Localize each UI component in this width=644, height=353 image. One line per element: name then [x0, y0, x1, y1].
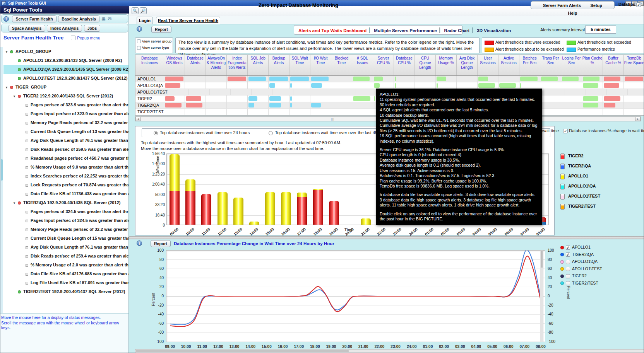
- tree-alert-item[interactable]: Pages per/sec of 323.9 was greater than …: [3, 101, 128, 109]
- series-checkbox[interactable]: ✓: [566, 246, 570, 250]
- alert-cell[interactable]: [415, 76, 436, 82]
- alert-pill-green[interactable]: [353, 77, 370, 81]
- column-header[interactable]: I/O Wait Time: [310, 55, 331, 75]
- alert-cell[interactable]: [356, 89, 377, 95]
- tree-scrollbar[interactable]: [0, 47, 3, 313]
- alert-cell[interactable]: [164, 95, 185, 102]
- info-icon[interactable]: i: [137, 240, 142, 246]
- alert-pill-green[interactable]: [353, 96, 370, 101]
- column-header[interactable]: Index Fragmenta tion Alerts: [227, 55, 248, 75]
- alert-cell[interactable]: [561, 102, 582, 108]
- wait-bar-segment[interactable]: [297, 197, 307, 225]
- alert-cell[interactable]: [248, 95, 269, 102]
- alert-cell[interactable]: [289, 82, 310, 89]
- alert-pill-blue[interactable]: [248, 96, 257, 101]
- column-header[interactable]: Active Sessions: [498, 55, 519, 75]
- table-row[interactable]: APOLLO1\QA: [135, 82, 644, 89]
- alert-cell[interactable]: [310, 109, 331, 115]
- legend-item[interactable]: TIGER2\QA: [560, 164, 642, 174]
- zoom-out-icon[interactable]: 🔎: [140, 7, 147, 14]
- alert-pill-red[interactable]: [228, 77, 246, 81]
- tree-alert-item[interactable]: Current Disk Queue Length of 13 was grea…: [3, 127, 128, 136]
- expand-arrow-icon[interactable]: ▼: [13, 92, 18, 101]
- wait-bar-segment[interactable]: [313, 189, 323, 190]
- jobs-button[interactable]: Jobs: [84, 25, 101, 32]
- alert-pill-red[interactable]: [604, 103, 615, 107]
- column-header[interactable]: # SQL Issues: [352, 55, 373, 75]
- print-icon[interactable]: 🖶: [101, 16, 106, 22]
- alert-cell[interactable]: [331, 76, 352, 82]
- series-checkbox[interactable]: ✓: [566, 252, 570, 257]
- alert-cell[interactable]: [164, 102, 185, 108]
- alert-cell[interactable]: [373, 76, 394, 82]
- alert-cell[interactable]: [603, 102, 624, 108]
- alert-pill-red[interactable]: [186, 96, 201, 101]
- server-farm-health-button[interactable]: Server Farm Health: [12, 15, 56, 22]
- alert-cell[interactable]: [310, 102, 331, 108]
- tree-alert-item[interactable]: Readahead pages per/sec of 450.7 was gre…: [3, 154, 128, 163]
- alert-cell[interactable]: [373, 82, 394, 89]
- alert-cell[interactable]: [498, 82, 519, 89]
- alert-pill-green[interactable]: [395, 77, 396, 81]
- wait-bar-segment[interactable]: [249, 222, 259, 225]
- alert-cell[interactable]: [498, 76, 519, 82]
- space-analysis-button[interactable]: Space Analysis: [9, 25, 45, 32]
- column-header[interactable]: SQL Wait Time: [289, 55, 310, 75]
- expand-arrow-icon[interactable]: ▼: [5, 48, 10, 56]
- wait-bar-segment[interactable]: [170, 154, 180, 191]
- alert-cell[interactable]: [624, 95, 644, 102]
- tree-node[interactable]: ▼TIGER2 192.9.200.40/1433 SQL Server (20…: [3, 92, 128, 101]
- alert-cell[interactable]: [210, 89, 231, 95]
- alert-cell[interactable]: [206, 76, 227, 82]
- nav-3d-visualization[interactable]: 3D Visualization: [475, 26, 513, 35]
- bottom-scrollbar-thumb[interactable]: [136, 350, 349, 352]
- alert-pill-green[interactable]: [499, 83, 516, 88]
- alert-pill-blue[interactable]: [290, 103, 292, 107]
- tree-alert-item[interactable]: Lock Requests per/sec of 70.874 was grea…: [3, 181, 128, 189]
- alert-cell[interactable]: [164, 76, 185, 82]
- tree-alert-item[interactable]: Log File Used Size KB of 87.091 was grea…: [3, 278, 128, 287]
- alert-cell[interactable]: [289, 102, 310, 108]
- alert-pill-red[interactable]: [186, 103, 202, 107]
- alert-cell[interactable]: [394, 82, 415, 89]
- alert-cell[interactable]: [164, 82, 185, 89]
- alert-cell[interactable]: [248, 102, 269, 108]
- tree-node[interactable]: APOLLO1 192.9.200.8/1433 SQL Server (200…: [3, 56, 128, 65]
- alert-cell[interactable]: [540, 102, 561, 108]
- column-header[interactable]: CPU Queue Length: [415, 55, 436, 75]
- alert-pill-green[interactable]: [395, 83, 396, 88]
- alert-cell[interactable]: [248, 76, 269, 82]
- alert-pill-green[interactable]: [437, 77, 446, 81]
- alert-pill-red[interactable]: [625, 77, 643, 81]
- alert-pill-red[interactable]: [165, 77, 183, 81]
- alert-cell[interactable]: [352, 102, 373, 108]
- column-header[interactable]: User Sessions: [478, 55, 498, 75]
- view-server-type-checkbox[interactable]: [137, 46, 141, 50]
- bottom-scrollbar[interactable]: [135, 349, 644, 353]
- tree-node[interactable]: TIGER2\TEST 192.9.200.40/1437 SQL Server…: [3, 287, 128, 296]
- alert-cell[interactable]: [561, 82, 582, 89]
- tab-real-time-server-farm-health[interactable]: Real-Time Server Farm Health: [156, 17, 220, 24]
- tree-alert-item[interactable]: Current Disk Queue Length of 15 was grea…: [3, 234, 128, 243]
- scroll-left-icon[interactable]: ◄: [135, 117, 141, 121]
- scroll-right-icon[interactable]: ►: [635, 117, 641, 121]
- alert-cell[interactable]: [603, 95, 624, 102]
- alert-cell[interactable]: [352, 76, 373, 82]
- alert-cell[interactable]: [352, 95, 373, 102]
- alert-cell[interactable]: [540, 76, 561, 82]
- alert-cell[interactable]: [310, 82, 331, 89]
- alert-cell[interactable]: [269, 109, 289, 115]
- column-header[interactable]: Backup Alerts: [269, 55, 289, 75]
- radio-24-hours[interactable]: [154, 131, 158, 135]
- alert-cell[interactable]: [540, 82, 561, 89]
- tree-alert-item[interactable]: % Memory Usage of 9.0 was greater than a…: [3, 163, 128, 172]
- alert-cell[interactable]: [436, 82, 457, 89]
- alert-pill-green[interactable]: [374, 96, 375, 101]
- alert-cell[interactable]: [252, 89, 272, 95]
- alert-pill-blue[interactable]: [269, 77, 288, 81]
- nav-radar-chart[interactable]: Radar Chart: [442, 26, 472, 35]
- legend-item[interactable]: APOLLO1\TEST: [560, 266, 644, 274]
- alert-cell[interactable]: [206, 109, 227, 115]
- wait-bar-segment[interactable]: [185, 179, 195, 191]
- alert-cell[interactable]: [185, 95, 206, 102]
